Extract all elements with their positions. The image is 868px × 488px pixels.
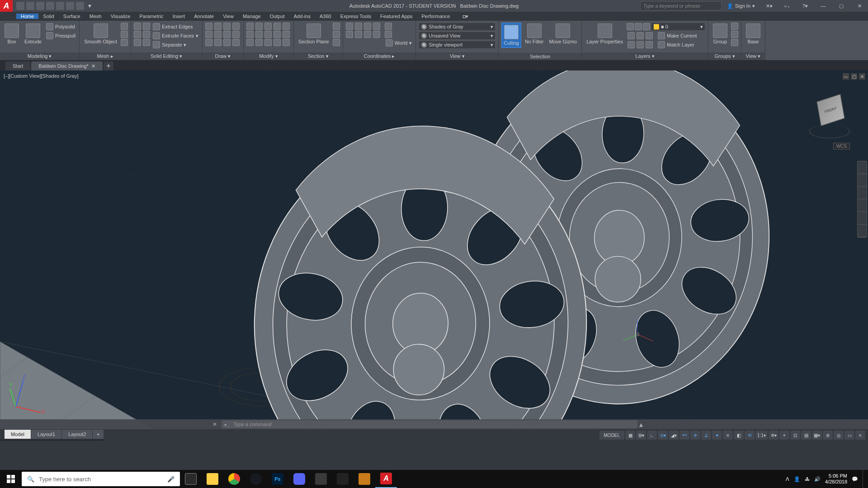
- ucs-x-icon[interactable]: [346, 31, 353, 38]
- panel-title-modify[interactable]: Modify ▾: [244, 52, 293, 60]
- command-input[interactable]: ▸_ Type a command: [222, 420, 637, 428]
- tab-output[interactable]: Output: [265, 14, 289, 19]
- line-icon[interactable]: [205, 23, 212, 30]
- help-icon[interactable]: ?▾: [797, 0, 814, 12]
- section-plane-button[interactable]: Section Plane: [297, 23, 331, 45]
- file-explorer-button[interactable]: [202, 470, 223, 488]
- polysolid-button[interactable]: Polysolid: [45, 23, 76, 31]
- selection-cycling-icon[interactable]: ⟲: [745, 431, 755, 440]
- break-icon[interactable]: [274, 39, 281, 46]
- panel-title-layers[interactable]: Layers ▾: [582, 52, 708, 60]
- customize-status-icon[interactable]: ≡: [855, 431, 865, 440]
- thicken-icon[interactable]: [143, 31, 150, 38]
- tab-insert[interactable]: Insert: [168, 14, 190, 19]
- tab-manage[interactable]: Manage: [238, 14, 265, 19]
- move-gizmo-button[interactable]: Move Gizmo: [547, 23, 579, 45]
- explode-icon[interactable]: [264, 31, 272, 38]
- layer-lock-icon[interactable]: [643, 23, 650, 30]
- exchange-icon[interactable]: ✕▾: [760, 0, 778, 12]
- panel-title-modeling[interactable]: Modeling ▾: [0, 52, 79, 60]
- show-desktop-button[interactable]: [863, 470, 865, 488]
- ribbon-collapse-icon[interactable]: ◘▾: [458, 14, 473, 19]
- generate-section-icon[interactable]: [333, 39, 340, 46]
- panel-title-mesh[interactable]: Mesh ▸: [80, 52, 131, 60]
- trim-icon[interactable]: [264, 23, 272, 30]
- otrack-toggle-icon[interactable]: ∠: [701, 431, 711, 440]
- tray-people-icon[interactable]: 👤: [794, 476, 800, 482]
- quick-properties-icon[interactable]: ▤: [801, 431, 811, 440]
- intersect-icon[interactable]: [134, 39, 141, 46]
- visual-style-dropdown[interactable]: 🔘 Shades of Gray▾: [419, 23, 495, 31]
- donut-icon[interactable]: [232, 39, 240, 46]
- qat-dropdown-icon[interactable]: ▼: [87, 3, 92, 9]
- ucs-face-icon[interactable]: [373, 23, 380, 30]
- panel-title-coordinates[interactable]: Coordinates ▸: [343, 52, 416, 60]
- notifications-icon[interactable]: 💬: [852, 476, 858, 482]
- group-edit-icon[interactable]: [731, 31, 738, 38]
- layer-off-icon[interactable]: [627, 23, 634, 30]
- match-layer-button[interactable]: Match Layer: [627, 41, 705, 49]
- fillet-icon[interactable]: [255, 31, 263, 38]
- scale-icon[interactable]: [283, 31, 290, 38]
- isodraft-icon[interactable]: ◢▾: [669, 431, 679, 440]
- layout2-tab[interactable]: Layout2: [62, 430, 92, 439]
- polar-toggle-icon[interactable]: ⊙▾: [658, 431, 668, 440]
- tab-expresstools[interactable]: Express Tools: [336, 14, 376, 19]
- snap-toggle-icon[interactable]: ⊞▾: [636, 431, 646, 440]
- discord-button[interactable]: [288, 470, 310, 488]
- circle-icon[interactable]: [223, 23, 231, 30]
- ucs-origin-icon[interactable]: [385, 23, 392, 30]
- ucs-view-icon[interactable]: [373, 31, 380, 38]
- array-icon[interactable]: [246, 39, 254, 46]
- dynamic-input-icon[interactable]: ✦: [712, 431, 722, 440]
- app7-button[interactable]: [332, 470, 354, 488]
- smooth-object-button[interactable]: Smooth Object: [82, 23, 119, 45]
- tab-visualize[interactable]: Visualize: [106, 14, 135, 19]
- isolate-objects-icon[interactable]: ◎: [834, 431, 844, 440]
- qat-plot-icon[interactable]: [56, 2, 64, 10]
- ucs-icon[interactable]: [346, 23, 353, 30]
- cmd-history-icon[interactable]: ▴: [639, 420, 643, 429]
- task-view-button[interactable]: [180, 470, 202, 488]
- subtract-icon[interactable]: [134, 31, 141, 38]
- qat-save-icon[interactable]: [36, 2, 44, 10]
- stayconnected-icon[interactable]: ⟐▾: [778, 0, 796, 12]
- tray-overflow-icon[interactable]: ᐱ: [786, 476, 789, 482]
- maximize-button[interactable]: ▢: [833, 0, 850, 12]
- tab-current-drawing[interactable]: Baldwin Disc Drawing* ✕: [31, 61, 103, 70]
- lock-ui-icon[interactable]: ▦▾: [812, 431, 822, 440]
- model-tab[interactable]: Model: [5, 430, 31, 439]
- start-button[interactable]: [0, 470, 22, 488]
- close-button[interactable]: ✕: [851, 0, 868, 12]
- ellipse-icon[interactable]: [214, 31, 222, 38]
- layout1-tab[interactable]: Layout1: [31, 430, 61, 439]
- clean-screen-icon[interactable]: ▭: [844, 431, 854, 440]
- app-menu-icon[interactable]: A: [0, 0, 13, 12]
- move-icon[interactable]: [246, 23, 254, 30]
- ucs-icon[interactable]: X Y Z: [9, 373, 50, 413]
- point-icon[interactable]: [205, 39, 212, 46]
- saved-view-dropdown[interactable]: 🔘 Unsaved View▾: [419, 32, 495, 40]
- tab-a360[interactable]: A360: [315, 14, 336, 19]
- photoshop-button[interactable]: Ps: [267, 470, 288, 488]
- copy-icon[interactable]: [283, 23, 290, 30]
- add-layout-button[interactable]: +: [93, 430, 104, 439]
- tray-network-icon[interactable]: 🖧: [805, 476, 810, 482]
- annotation-monitor-icon[interactable]: +: [779, 431, 789, 440]
- layer-properties-button[interactable]: Layer Properties: [585, 23, 625, 45]
- separate-button[interactable]: Separate ▾: [152, 41, 199, 49]
- hatch-icon[interactable]: [223, 31, 231, 38]
- signin-button[interactable]: 👤 Sign In ▾: [722, 3, 760, 9]
- nofilter-button[interactable]: No Filter: [523, 23, 546, 45]
- tab-featuredapps[interactable]: Featured Apps: [376, 14, 417, 19]
- tab-parametric[interactable]: Parametric: [135, 14, 168, 19]
- mesh-tool2-icon[interactable]: [121, 31, 128, 38]
- jog-icon[interactable]: [333, 31, 340, 38]
- tab-surface[interactable]: Surface: [59, 14, 85, 19]
- erase-icon[interactable]: [274, 23, 281, 30]
- layer-freeze-icon[interactable]: [635, 23, 642, 30]
- rotate-icon[interactable]: [255, 23, 263, 30]
- presspull-button[interactable]: Presspull: [45, 32, 76, 40]
- tray-volume-icon[interactable]: 🔊: [814, 476, 821, 482]
- tab-home[interactable]: Home: [16, 14, 38, 19]
